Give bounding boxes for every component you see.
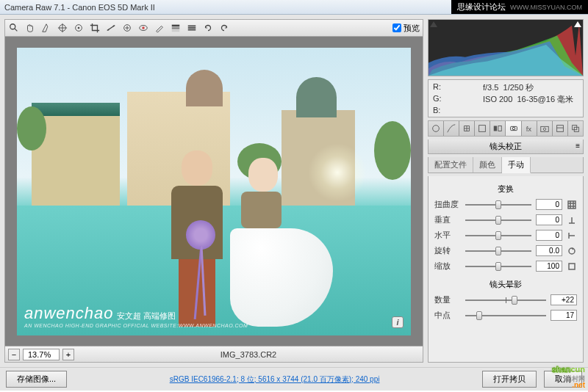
slider-vertical-value[interactable]: 0 <box>536 214 562 225</box>
forum-watermark: 思缘设计论坛WWW.MISSYUAN.COM <box>451 0 588 14</box>
workflow-link[interactable]: sRGB IEC61966-2.1; 8 位; 5616 x 3744 (21.… <box>74 374 475 385</box>
tab-basic[interactable] <box>429 121 444 136</box>
rotate-ccw-icon[interactable] <box>202 22 214 34</box>
panel-body: 变换 扭曲度 0 垂直 0 水平 0 旋转 0 <box>428 176 584 363</box>
rotate-cw-icon[interactable] <box>218 22 230 34</box>
prefs-icon[interactable] <box>186 22 198 34</box>
svg-rect-18 <box>188 29 196 31</box>
panel-menu-icon[interactable]: ≡ <box>576 142 580 150</box>
main-area: 预览 anwenchao安文超 高端修图 AN WENCHAO HIGH-END… <box>0 15 588 367</box>
svg-point-8 <box>108 29 110 31</box>
slider-scale-track[interactable] <box>465 261 531 272</box>
svg-point-9 <box>113 26 115 27</box>
filename-label: IMG_3783.CR2 <box>77 350 420 359</box>
spot-removal-icon[interactable] <box>121 22 133 34</box>
tab-hsl[interactable] <box>475 121 490 136</box>
metadata-box: R:f/3.5 1/250 秒 G:ISO 200 16-35@16 毫米 B: <box>428 79 584 117</box>
slider-amount-value[interactable]: +22 <box>551 294 577 305</box>
shancun-watermark: shancun 山村网 .net <box>552 360 585 389</box>
panel-tabs: fx <box>428 120 584 137</box>
color-sampler-icon[interactable] <box>57 22 68 34</box>
slider-horizontal-value[interactable]: 0 <box>536 230 562 241</box>
targeted-adjust-icon[interactable] <box>73 22 85 34</box>
slider-horizontal: 水平 0 <box>434 230 577 241</box>
svg-point-0 <box>10 24 15 29</box>
tab-split[interactable] <box>490 121 506 136</box>
crop-icon[interactable] <box>89 22 101 34</box>
subtab-color[interactable]: 颜色 <box>473 157 502 173</box>
svg-line-1 <box>15 29 18 32</box>
zoom-out-button[interactable]: − <box>8 349 20 360</box>
zoom-in-button[interactable]: + <box>62 349 74 360</box>
slider-midpoint: 中点 17 <box>434 310 577 321</box>
slider-rotate-value[interactable]: 0.0 <box>536 245 562 256</box>
slider-amount: 数量 +22 <box>434 294 577 305</box>
slider-midpoint-track[interactable] <box>465 311 546 321</box>
subtab-profile[interactable]: 配置文件 <box>429 157 473 173</box>
grid-icon[interactable] <box>567 200 577 210</box>
slider-distortion-track[interactable] <box>465 200 531 210</box>
tab-presets[interactable] <box>553 121 568 136</box>
slider-distortion-value[interactable]: 0 <box>536 199 562 210</box>
preview-toggle[interactable]: 预览 <box>392 23 420 34</box>
subtab-manual[interactable]: 手动 <box>502 157 531 173</box>
slider-midpoint-value[interactable]: 17 <box>551 310 577 321</box>
svg-point-19 <box>433 126 440 132</box>
reset-icon[interactable] <box>567 215 577 225</box>
slider-rotate: 旋转 0.0 <box>434 245 577 256</box>
image-viewport[interactable]: anwenchao安文超 高端修图 AN WENCHAO HIGH-END GR… <box>4 37 423 346</box>
graduated-filter-icon[interactable] <box>170 22 182 34</box>
adjustment-brush-icon[interactable] <box>154 22 165 34</box>
hand-tool-icon[interactable] <box>24 22 36 34</box>
tab-detail[interactable] <box>459 121 475 136</box>
svg-rect-26 <box>540 126 548 131</box>
reset-icon[interactable] <box>567 261 577 272</box>
red-eye-icon[interactable] <box>137 22 149 34</box>
svg-rect-20 <box>479 126 486 132</box>
left-pane: 预览 anwenchao安文超 高端修图 AN WENCHAO HIGH-END… <box>0 15 428 367</box>
save-image-button[interactable]: 存储图像... <box>6 371 67 388</box>
svg-point-24 <box>512 127 515 130</box>
svg-rect-16 <box>188 26 196 27</box>
histogram[interactable] <box>428 19 584 76</box>
slider-amount-track[interactable] <box>465 295 546 305</box>
slider-scale-value[interactable]: 100 <box>536 261 562 272</box>
straighten-icon[interactable] <box>105 22 117 34</box>
slider-vertical: 垂直 0 <box>434 214 577 225</box>
photo-preview: anwenchao安文超 高端修图 AN WENCHAO HIGH-END GR… <box>17 48 411 335</box>
tab-lens[interactable] <box>506 121 521 136</box>
white-balance-icon[interactable] <box>40 22 52 34</box>
tab-curve[interactable] <box>444 121 459 136</box>
footer: 存储图像... sRGB IEC61966-2.1; 8 位; 5616 x 3… <box>0 367 588 391</box>
toolbar: 预览 <box>4 19 423 37</box>
info-icon[interactable]: i <box>392 316 404 328</box>
open-copy-button[interactable]: 打开拷贝 <box>482 371 537 388</box>
svg-rect-22 <box>498 126 501 131</box>
slider-distortion: 扭曲度 0 <box>434 199 577 210</box>
zoom-tool-icon[interactable] <box>8 22 20 34</box>
svg-rect-21 <box>494 126 497 131</box>
slider-horizontal-track[interactable] <box>465 231 531 241</box>
svg-rect-28 <box>556 126 563 132</box>
slider-rotate-track[interactable] <box>465 246 531 256</box>
tab-snapshots[interactable] <box>568 121 583 136</box>
zoom-level[interactable]: 13.7% <box>23 349 60 360</box>
svg-text:fx: fx <box>526 125 531 133</box>
svg-rect-15 <box>172 30 180 32</box>
reset-icon[interactable] <box>567 231 577 241</box>
photo-watermark: anwenchao安文超 高端修图 AN WENCHAO HIGH-END GR… <box>24 304 248 328</box>
shadow-clip-icon[interactable] <box>430 21 437 27</box>
section-vignette: 镜头晕影 <box>434 279 577 290</box>
panel-title: 镜头校正 ≡ <box>428 139 584 154</box>
svg-point-32 <box>569 248 575 254</box>
slider-vertical-track[interactable] <box>465 215 531 225</box>
reset-icon[interactable] <box>567 246 577 256</box>
tab-fx[interactable]: fx <box>522 121 537 136</box>
right-panel: R:f/3.5 1/250 秒 G:ISO 200 16-35@16 毫米 B:… <box>428 15 588 367</box>
lens-subtabs: 配置文件 颜色 手动 <box>428 157 584 173</box>
preview-checkbox[interactable] <box>392 23 401 32</box>
slider-scale: 缩放 100 <box>434 261 577 272</box>
tab-camera[interactable] <box>537 121 553 136</box>
svg-rect-14 <box>172 27 180 29</box>
highlight-clip-icon[interactable] <box>574 21 581 27</box>
